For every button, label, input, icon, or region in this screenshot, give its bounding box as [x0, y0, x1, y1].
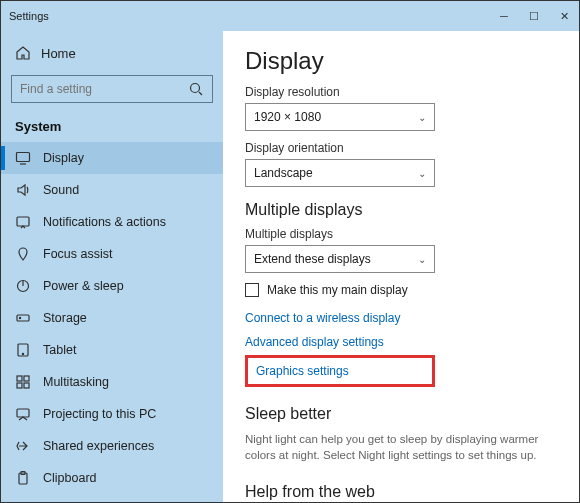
chevron-down-icon: ⌄	[418, 112, 426, 123]
resolution-dropdown[interactable]: 1920 × 1080 ⌄	[245, 103, 435, 131]
svg-rect-2	[17, 217, 29, 226]
wireless-display-link[interactable]: Connect to a wireless display	[245, 311, 557, 325]
sidebar-item-label: Clipboard	[43, 471, 97, 485]
svg-point-0	[191, 84, 200, 93]
help-heading: Help from the web	[245, 483, 557, 501]
search-icon	[188, 81, 204, 97]
search-input[interactable]	[11, 75, 213, 103]
home-button[interactable]: Home	[1, 39, 223, 67]
titlebar: Settings ─ ☐ ✕	[1, 1, 579, 31]
clipboard-icon	[15, 470, 31, 486]
sound-icon	[15, 182, 31, 198]
resolution-label: Display resolution	[245, 85, 557, 99]
sidebar-item-display[interactable]: Display	[1, 142, 223, 174]
multiple-value: Extend these displays	[254, 252, 371, 266]
sidebar-item-multitasking[interactable]: Multitasking	[1, 366, 223, 398]
sidebar-item-clipboard[interactable]: Clipboard	[1, 462, 223, 494]
sidebar-item-label: Tablet	[43, 343, 76, 357]
focus-icon	[15, 246, 31, 262]
advanced-display-link[interactable]: Advanced display settings	[245, 335, 557, 349]
sidebar-item-label: Storage	[43, 311, 87, 325]
svg-rect-9	[24, 376, 29, 381]
multitasking-icon	[15, 374, 31, 390]
shared-icon	[15, 438, 31, 454]
sidebar-item-tablet[interactable]: Tablet	[1, 334, 223, 366]
multiple-displays-heading: Multiple displays	[245, 201, 557, 219]
graphics-settings-link[interactable]: Graphics settings	[256, 364, 424, 378]
svg-rect-1	[17, 153, 30, 162]
window-title: Settings	[9, 10, 49, 22]
power-icon	[15, 278, 31, 294]
sidebar-item-label: Display	[43, 151, 84, 165]
sidebar-item-label: Projecting to this PC	[43, 407, 156, 421]
svg-rect-10	[17, 383, 22, 388]
chevron-down-icon: ⌄	[418, 168, 426, 179]
section-header: System	[1, 113, 223, 140]
sidebar-item-label: Notifications & actions	[43, 215, 166, 229]
minimize-button[interactable]: ─	[489, 1, 519, 31]
projecting-icon	[15, 406, 31, 422]
orientation-label: Display orientation	[245, 141, 557, 155]
sidebar-item-sound[interactable]: Sound	[1, 174, 223, 206]
sidebar: Home System Display Sound Notifications …	[1, 31, 223, 502]
sidebar-item-label: Shared experiences	[43, 439, 154, 453]
sidebar-item-label: Multitasking	[43, 375, 109, 389]
window-controls: ─ ☐ ✕	[489, 1, 579, 31]
multiple-label: Multiple displays	[245, 227, 557, 241]
orientation-dropdown[interactable]: Landscape ⌄	[245, 159, 435, 187]
home-label: Home	[41, 46, 76, 61]
notifications-icon	[15, 214, 31, 230]
search-field[interactable]	[20, 82, 188, 96]
svg-rect-12	[17, 409, 29, 417]
sleep-description: Night light can help you get to sleep by…	[245, 431, 557, 463]
sidebar-item-label: Power & sleep	[43, 279, 124, 293]
sidebar-item-label: Sound	[43, 183, 79, 197]
sidebar-item-storage[interactable]: Storage	[1, 302, 223, 334]
orientation-value: Landscape	[254, 166, 313, 180]
page-title: Display	[245, 47, 557, 75]
checkbox-label: Make this my main display	[267, 283, 408, 297]
sleep-heading: Sleep better	[245, 405, 557, 423]
close-button[interactable]: ✕	[549, 1, 579, 31]
sidebar-item-notifications[interactable]: Notifications & actions	[1, 206, 223, 238]
tablet-icon	[15, 342, 31, 358]
home-icon	[15, 45, 31, 61]
sidebar-item-label: Focus assist	[43, 247, 112, 261]
multiple-dropdown[interactable]: Extend these displays ⌄	[245, 245, 435, 273]
svg-point-7	[22, 353, 23, 354]
main-display-checkbox-row[interactable]: Make this my main display	[245, 283, 557, 297]
svg-rect-8	[17, 376, 22, 381]
main-panel: Display Display resolution 1920 × 1080 ⌄…	[223, 31, 579, 502]
maximize-button[interactable]: ☐	[519, 1, 549, 31]
graphics-highlight: Graphics settings	[245, 355, 435, 387]
svg-rect-4	[17, 315, 29, 321]
display-icon	[15, 150, 31, 166]
svg-point-5	[19, 317, 20, 318]
sidebar-item-shared[interactable]: Shared experiences	[1, 430, 223, 462]
sidebar-item-projecting[interactable]: Projecting to this PC	[1, 398, 223, 430]
sidebar-item-focus-assist[interactable]: Focus assist	[1, 238, 223, 270]
chevron-down-icon: ⌄	[418, 254, 426, 265]
checkbox-icon[interactable]	[245, 283, 259, 297]
sidebar-item-power-sleep[interactable]: Power & sleep	[1, 270, 223, 302]
storage-icon	[15, 310, 31, 326]
svg-rect-11	[24, 383, 29, 388]
resolution-value: 1920 × 1080	[254, 110, 321, 124]
